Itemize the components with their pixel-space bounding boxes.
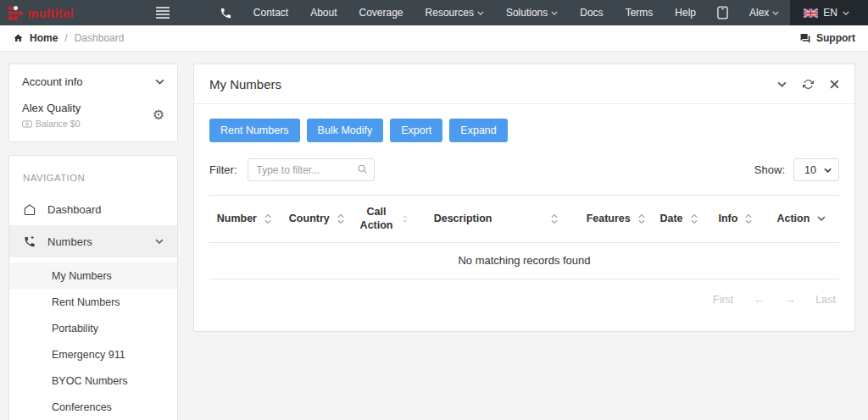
nav-link-solutions[interactable]: Solutions [495,0,569,25]
user-menu[interactable]: Alex [738,0,790,25]
sidebar-section-title: NAVIGATION [9,161,177,193]
sort-icon [403,213,407,224]
nav-link-coverage[interactable]: Coverage [348,0,415,25]
column-header-country[interactable]: Country [279,196,354,243]
pagination: First ← → Last [209,279,839,306]
language-selector[interactable]: EN [790,0,868,25]
table-row: No matching records found [209,242,839,279]
pagination-last[interactable]: Last [815,294,836,306]
refresh-icon[interactable] [803,79,814,90]
column-header-action[interactable]: Action [764,196,839,243]
chevron-down-icon [477,11,484,15]
chevron-down-icon [155,239,164,244]
mobile-app-icon[interactable] [707,0,738,25]
phone-icon[interactable] [209,0,242,25]
chevron-down-icon [843,11,849,15]
breadcrumb-separator: / [64,32,67,44]
my-numbers-panel: My Numbers Rent Numbers Bulk Modify Expo… [193,64,855,332]
sidebar-navigation: NAVIGATION Dashboard Numbers My Numbers … [8,155,178,420]
nav-link-help[interactable]: Help [664,0,707,25]
column-header-call-action[interactable]: Call Action [354,196,411,243]
empty-message: No matching records found [209,242,839,279]
account-balance: Balance $0 [22,119,81,129]
filter-input[interactable] [248,158,375,181]
account-info-toggle[interactable]: Account info [9,64,177,95]
menu-icon[interactable] [153,3,173,22]
filter-label: Filter: [209,163,237,176]
chevron-down-icon [551,11,558,15]
breadcrumb: Home / Dashboard Support [0,25,868,52]
sidebar-item-dashboard[interactable]: Dashboard [9,193,177,225]
sort-icon [337,213,344,224]
house-icon [23,203,36,216]
chevron-down-icon [817,216,826,221]
collapse-panel-icon[interactable] [777,81,787,87]
account-name: Alex Quality [22,102,81,114]
nav-link-about[interactable]: About [299,0,348,25]
nav-link-docs[interactable]: Docs [569,0,614,25]
sort-icon [745,213,752,224]
page-size-select[interactable]: 10 [793,158,839,181]
sort-icon [551,213,558,224]
column-header-description[interactable]: Description [411,196,581,243]
sort-icon [638,213,645,224]
export-button[interactable]: Export [390,119,442,142]
rent-numbers-button[interactable]: Rent Numbers [209,119,300,142]
phone-plus-icon [23,235,36,248]
chevron-down-icon [824,168,832,173]
column-header-info[interactable]: Info [707,196,764,243]
sidebar-item-my-numbers[interactable]: My Numbers [9,262,177,289]
home-icon [13,33,24,43]
pagination-next-arrow[interactable]: → [785,294,796,306]
close-panel-icon[interactable] [830,80,839,89]
sidebar-item-byoc-numbers[interactable]: BYOC Numbers [9,368,177,394]
brand-name: multitel [27,6,74,20]
search-icon [357,163,368,174]
expand-button[interactable]: Expand [449,119,507,142]
chat-icon [799,33,811,44]
column-header-features[interactable]: Features [581,196,650,243]
sort-icon [264,213,271,224]
numbers-table: Number Country Call Action Description F… [209,195,839,279]
sidebar-item-numbers[interactable]: Numbers [9,225,177,257]
nav-link-contact[interactable]: Contact [242,0,299,25]
bulk-modify-button[interactable]: Bulk Modify [307,119,384,142]
show-label: Show: [754,163,785,176]
nav-link-terms[interactable]: Terms [615,0,665,25]
sort-icon [691,213,698,224]
panel-title: My Numbers [209,77,281,91]
column-header-number[interactable]: Number [209,196,279,243]
account-info-title: Account info [22,75,83,88]
support-button[interactable]: Support [799,32,855,44]
brand-dots-icon [8,6,23,20]
pagination-first[interactable]: First [713,294,733,306]
banknote-icon [22,120,32,128]
sidebar-item-portability[interactable]: Portability [9,315,177,341]
sidebar-item-emergency-911[interactable]: Emergency 911 [9,341,177,368]
account-info-card: Account info Alex Quality Balance $0 ⚙ [8,64,178,142]
uk-flag-icon [804,8,818,18]
top-navbar: multitel Contact About Coverage Resource… [0,0,868,25]
sidebar-item-conferences[interactable]: Conferences [9,394,177,420]
sidebar-item-rent-numbers[interactable]: Rent Numbers [9,289,177,315]
pagination-prev-arrow[interactable]: ← [754,294,765,306]
column-header-date[interactable]: Date [650,196,707,243]
gear-icon[interactable]: ⚙ [153,108,164,122]
nav-link-resources[interactable]: Resources [415,0,495,25]
chevron-down-icon [772,11,779,15]
brand-logo[interactable]: multitel [8,6,134,20]
chevron-down-icon [155,79,164,85]
breadcrumb-home[interactable]: Home [30,32,58,44]
breadcrumb-current: Dashboard [75,32,125,44]
